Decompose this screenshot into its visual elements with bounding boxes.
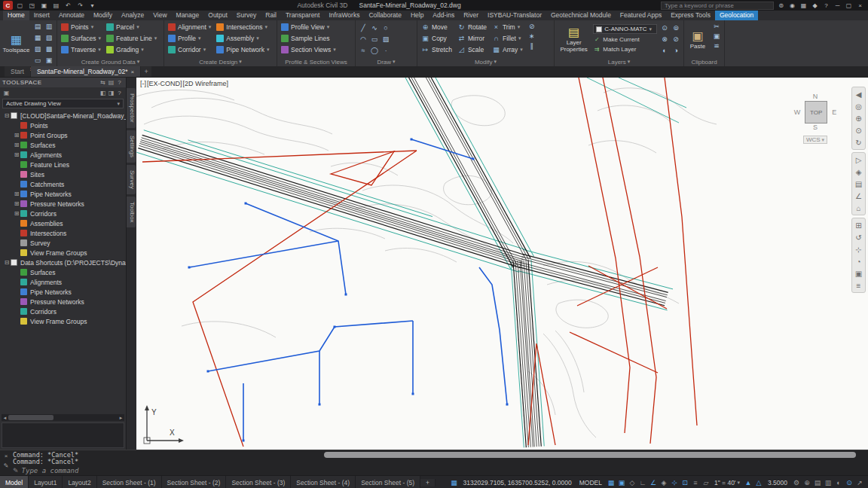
tree-item[interactable]: Survey (0, 238, 126, 248)
zoom-previous-icon[interactable]: ↺ (853, 231, 864, 243)
layout-tab[interactable]: Model (0, 476, 29, 488)
ribbon-button[interactable]: ∩Fillet▾ (491, 32, 524, 44)
ribbon-button[interactable]: ⇄Mirror (456, 32, 488, 44)
sheet-set-icon[interactable]: ▥ (44, 21, 54, 31)
command-input[interactable]: ✎ Type a command (13, 466, 868, 475)
transparency-icon[interactable]: ▱ (701, 479, 711, 486)
tree-item[interactable]: ⊞ Point Groups (0, 130, 126, 140)
annotation-scale-control[interactable]: 1" = 40' ▾ (711, 479, 743, 486)
qat-menu-button[interactable]: ▾ (87, 1, 97, 10)
layer-freeze-icon[interactable]: ⊗ (659, 34, 670, 44)
ribbon-button[interactable]: Points▾ (60, 21, 102, 32)
grid-icon[interactable]: ▦ (606, 479, 616, 486)
file-tab[interactable]: Start× (5, 66, 30, 77)
tree-item[interactable]: ⊞ Pressure Networks (0, 199, 126, 209)
anchor-icon[interactable]: ◈ (853, 166, 864, 178)
ribbon-button[interactable]: Traverse▾ (60, 44, 102, 55)
viewport-view-control[interactable]: [EX-COND] (147, 80, 182, 87)
cut-icon[interactable]: ✂ (711, 21, 722, 31)
command-scrollbar[interactable] (324, 452, 856, 458)
notifications-icon[interactable]: ◆ (810, 1, 820, 10)
layer-dropdown[interactable]: C-ANNO-MATC ▾ (593, 24, 657, 34)
tree-item[interactable]: Pressure Networks (0, 297, 126, 307)
active-view-dropdown[interactable]: Active Drawing View ▾ (2, 99, 124, 108)
orbit-icon[interactable]: ↻ (853, 136, 864, 148)
lineweight-icon[interactable]: ≡ (690, 479, 701, 486)
open-button[interactable]: ◳ (27, 1, 37, 10)
palette-more-icon[interactable]: ▣ (44, 55, 54, 65)
annotation-monitor-icon[interactable]: ⊕ (802, 479, 812, 486)
tool-palettes-icon[interactable]: ▦ (32, 32, 43, 42)
ribbon-button[interactable]: Feature Line▾ (105, 32, 158, 44)
maximize-button[interactable]: ▢ (844, 1, 854, 10)
ribbon-button[interactable]: Sample Lines (280, 32, 338, 44)
workspace-gear-icon[interactable]: ⚙ (791, 479, 802, 486)
new-button[interactable]: ▢ (15, 1, 25, 10)
toolspace-preview-toggle-icon[interactable]: ◨ (107, 90, 115, 96)
ribbon-button[interactable]: Assembly▾ (215, 32, 270, 44)
match-properties-icon[interactable]: ≌ (711, 41, 722, 50)
app-store-icon[interactable]: ▦ (799, 1, 808, 10)
circle-icon[interactable]: ○ (381, 23, 391, 32)
layout-tab[interactable]: Section Sheet - (5) (356, 476, 420, 488)
point-icon[interactable]: ∙ (381, 45, 391, 55)
isodraft-icon[interactable]: ◈ (659, 479, 669, 486)
ribbon-tab[interactable]: Home (3, 11, 29, 20)
toolspace-header[interactable]: TOOLSPACE ⇆▤? (0, 78, 126, 87)
ribbon-tab[interactable]: Analyze (117, 11, 148, 20)
measure-icon[interactable]: ∠ (853, 190, 864, 202)
tree-item[interactable]: Intersections (0, 228, 126, 238)
layer-off-icon[interactable]: ⊘ (671, 34, 681, 44)
toolspace-hscrollbar[interactable]: ◄ ► (2, 414, 124, 421)
ribbon-tab[interactable]: Modify (89, 11, 117, 20)
tree-expander[interactable]: ⊞ (13, 151, 20, 158)
viewport-menu-control[interactable]: [-] (140, 80, 146, 87)
command-line-icon[interactable]: ▭ (32, 55, 43, 65)
layer-isolate-icon[interactable]: ⊙ (659, 23, 670, 32)
properties-palette-icon[interactable]: ▤ (32, 21, 43, 31)
layer-lock-icon[interactable]: ◐ (659, 45, 670, 55)
wcs-dropdown[interactable]: WCS ▾ (803, 136, 827, 144)
isolate-objects-icon[interactable]: ◐ (833, 479, 844, 486)
scroll-left-icon[interactable]: ◄ (2, 416, 8, 420)
zoom-window-icon[interactable]: ⊞ (853, 219, 864, 231)
layer-unisolate-icon[interactable]: ⊚ (671, 23, 681, 32)
snap-icon[interactable]: ▣ (616, 479, 627, 486)
polar-tracking-icon[interactable]: ∠ (648, 479, 659, 486)
tree-item[interactable]: ⊟ Data Shortcuts (D:\PROJECTS\Dynamo\L..… (0, 258, 126, 267)
tree-item[interactable]: Assemblies (0, 218, 126, 228)
ribbon-button[interactable]: Profile View▾ (280, 21, 338, 32)
ribbon-tab[interactable]: View (148, 11, 171, 20)
free-orbit-icon[interactable]: ◔ (853, 255, 864, 267)
infer-constraints-icon[interactable]: ◇ (627, 479, 637, 486)
ribbon-button[interactable]: ▣Copy (420, 32, 454, 44)
visual-styles-icon[interactable]: ▩ (44, 44, 54, 53)
tree-item[interactable]: Surfaces (0, 267, 126, 277)
toolspace-help-icon[interactable]: ? (115, 79, 124, 86)
undo-button[interactable]: ↶ (63, 1, 73, 10)
markup-palette-icon[interactable]: ▨ (32, 44, 43, 53)
toolspace-help2-icon[interactable]: ? (115, 90, 124, 96)
layout-tab[interactable]: Section Sheet - (2) (162, 476, 227, 488)
ribbon-button[interactable]: Pipe Network▾ (215, 44, 270, 55)
panel-label-draw[interactable]: Draw▾ (358, 57, 414, 66)
ribbon-button[interactable]: ×Trim▾ (491, 21, 524, 32)
hatch-icon[interactable]: ▨ (381, 34, 391, 44)
scroll-right-icon[interactable]: ► (118, 416, 124, 420)
ribbon-button[interactable]: Corridor▾ (167, 44, 212, 55)
tree-expander[interactable]: ⊞ (13, 210, 20, 217)
ribbon-tab[interactable]: Transparent (281, 11, 325, 20)
close-command-icon[interactable]: × (2, 453, 10, 459)
tree-item[interactable]: ⊞ Pipe Networks (0, 189, 126, 199)
signin-icon[interactable]: ◉ (787, 1, 797, 10)
command-line-window[interactable]: ×✎ Command: *Cancel* Command: *Cancel* ✎… (0, 450, 868, 475)
spline-icon[interactable]: ≈ (358, 45, 368, 55)
tree-item[interactable]: View Frame Groups (0, 316, 126, 326)
ribbon-button[interactable]: ⊕Move (420, 21, 454, 32)
explode-icon[interactable]: ∗ (527, 31, 537, 41)
layout-tab[interactable]: Section Sheet - (1) (97, 476, 162, 488)
toolspace-properties-icon[interactable]: ▤ (107, 79, 115, 86)
close-tab-icon[interactable]: × (130, 69, 134, 75)
layer-action-button[interactable]: ⇉Match Layer (593, 44, 657, 54)
showmotion-icon[interactable]: ▷ (853, 154, 864, 166)
